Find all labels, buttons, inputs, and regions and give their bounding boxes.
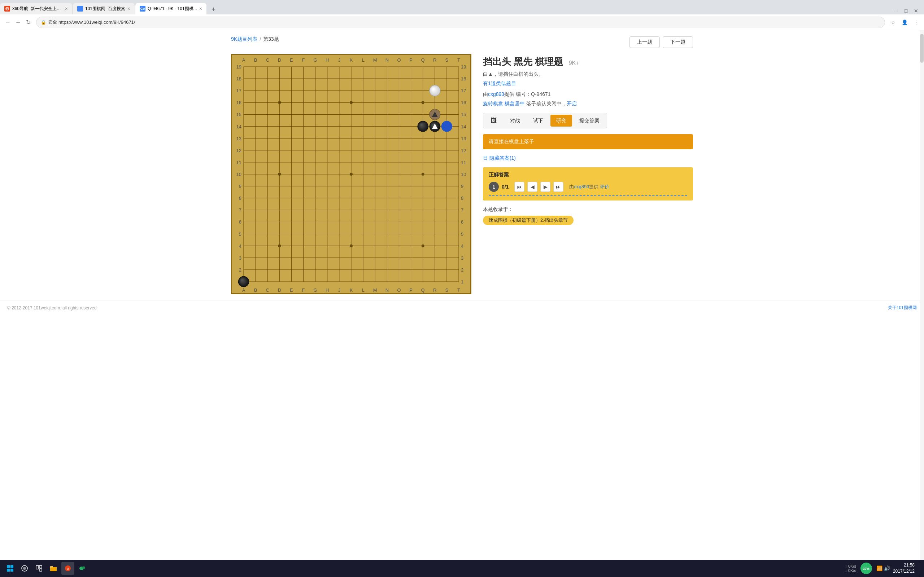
nav-bar: ← → ↻ 🔒 安全 https://www.101weiqi.com/9K/9… [0,15,924,30]
page-inner: 9K题目列表 / 第33题 上一题 下一题 挡出头 黑先 棋理题 9K+ [224,30,700,300]
go-board-canvas[interactable] [231,54,472,294]
tab-img[interactable]: 🖼 [485,115,503,127]
open-confirm-link[interactable]: 开启 [567,101,577,106]
menu-button[interactable]: ⋮ [911,17,921,27]
bookmark-button[interactable]: ☆ [888,17,898,27]
scrollbar-thumb[interactable] [920,34,924,63]
tab-bar: 3 360导航_新一代安全上网... × 101围棋网_百度搜索 × Go Q-… [0,0,924,15]
breadcrumb-current: 第33题 [263,36,279,43]
wechat-button[interactable] [76,562,89,564]
first-step-button[interactable]: ⏮ [514,182,525,192]
tab-submit[interactable]: 提交答案 [573,115,605,127]
tab-3[interactable]: Go Q-94671 - 9K - 101围棋... × [135,3,207,15]
toggle-answer-link[interactable]: 日 隐藏答案(1) [483,155,693,161]
problem-level-badge: 9K+ [569,60,579,66]
provider-prefix: 由 [569,184,574,189]
center-board-link[interactable]: 棋盘居中 [505,101,525,106]
breadcrumb-separator: / [260,36,261,42]
solution-dashed-border [489,195,687,196]
new-tab-button[interactable]: + [208,4,219,15]
minimize-button[interactable]: ─ [892,7,900,15]
windows-start-button[interactable] [3,562,16,564]
tab-3-icon: Go [140,6,145,11]
account-button[interactable]: 👤 [900,17,909,27]
file-explorer-button[interactable] [47,562,60,564]
solution-provider-text: 由cxg893提供 评价 [569,184,609,190]
page-nav-buttons: 上一题 下一题 [630,36,693,48]
provider-suffix: 提供 [589,184,598,189]
taskbar: 3 ↑ 0K/s ↓ 0K/s 37% 📶 🔊 21:58 2017/12/12 [0,560,924,564]
book-ref-title: 本题收录于： [483,206,693,213]
taskbar-right: ↑ 0K/s ↓ 0K/s 37% 📶 🔊 21:58 2017/12/12 [845,561,921,564]
tryout-label: 试下 [533,118,543,123]
taskbar-time: 21:58 2017/12/12 [893,562,914,564]
browser-taskbar-button[interactable]: 3 [61,562,74,564]
solution-author-link[interactable]: cxg893 [574,184,589,189]
rate-link[interactable]: 评价 [600,184,609,189]
last-step-button[interactable]: ⏭ [553,182,564,192]
task-view-button[interactable] [32,562,45,564]
tab-1-title: 360导航_新一代安全上网... [12,6,63,12]
prev-step-button[interactable]: ◀ [527,182,538,192]
show-desktop-button[interactable] [919,562,921,564]
problem-title: 挡出头 黑先 棋理题 9K+ [483,56,693,68]
scrollbar[interactable] [920,30,924,560]
svg-text:3: 3 [6,8,8,10]
tab-3-close[interactable]: × [199,6,202,11]
svg-point-17 [861,562,872,564]
close-window-button[interactable]: ✕ [913,7,920,15]
solution-controls: 1 0/1 ⏮ ◀ ▶ ⏭ 由cxg893提供 评价 [489,182,687,192]
next-step-button[interactable]: ▶ [540,182,551,192]
tab-2[interactable]: 101围棋网_百度搜索 × [73,3,135,15]
tab-2-close[interactable]: × [128,6,130,11]
board-controls-text: 旋转棋盘 棋盘居中 落子确认关闭中，开启 [483,101,693,107]
tab-battle[interactable]: 对战 [504,115,526,127]
tab-2-title: 101围棋网_百度搜索 [85,6,125,12]
footer: © 2012-2017 101weiqi.com. all rights res… [0,300,924,315]
tab-research[interactable]: 研究 [551,115,572,127]
tab-3-title: Q-94671 - 9K - 101围棋... [148,6,197,12]
refresh-button[interactable]: ↻ [23,17,33,27]
problem-meta: 由cxg893提供 编号：Q-94671 [483,91,693,98]
tab-1-close[interactable]: × [65,6,68,11]
tab-2-icon [77,6,83,11]
problem-description: 白▲，请挡住白棋的出头。 [483,71,693,77]
action-tabs: 🖼 对战 试下 研究 提交答案 [483,113,607,128]
similar-problems-link[interactable]: 有1道类似题目 [483,81,693,87]
breadcrumb-parent-link[interactable]: 9K题目列表 [231,36,257,43]
back-button[interactable]: ← [3,17,13,27]
research-label: 研究 [556,118,566,123]
solution-score: 0/1 [502,184,509,190]
prev-problem-button[interactable]: 上一题 [630,36,660,48]
copyright-text: © 2012-2017 101weiqi.com. all rights res… [7,305,97,311]
security-label: 安全 [48,19,57,25]
tab-tryout[interactable]: 试下 [527,115,549,127]
author-link[interactable]: cxg893 [488,91,504,97]
about-link[interactable]: 关于101围棋网 [888,305,917,311]
cortana-button[interactable] [18,562,31,564]
solution-title: 正解答案 [489,172,687,178]
info-box-text: 请直接在棋盘上落子 [489,139,534,144]
rotate-board-link[interactable]: 旋转棋盘 [483,101,503,106]
browser-chrome: 3 360导航_新一代安全上网... × 101围棋网_百度搜索 × Go Q-… [0,0,924,30]
problem-title-text: 挡出头 黑先 棋理题 [483,56,563,67]
board-container [231,54,472,294]
maximize-button[interactable]: □ [902,7,909,15]
forward-button[interactable]: → [13,17,23,27]
tab-1-icon: 3 [4,6,10,11]
solution-number: 1 [489,182,499,192]
tab-1[interactable]: 3 360导航_新一代安全上网... × [0,3,72,15]
address-bar[interactable]: 🔒 安全 https://www.101weiqi.com/9K/94671/ [36,16,885,28]
time-display: 21:58 [893,562,914,564]
nav-actions: ☆ 👤 ⋮ [888,17,921,27]
next-problem-button[interactable]: 下一题 [663,36,693,48]
book-reference: 本题收录于： 速成围棋（初级篇下册）2.挡出头章节 [483,206,693,225]
url-text: https://www.101weiqi.com/9K/94671/ [58,19,880,25]
info-box: 请直接在棋盘上落子 [483,134,693,149]
meta-text: 由 [483,91,488,97]
solution-box: 正解答案 1 0/1 ⏮ ◀ ▶ ⏭ 由cxg893提供 评价 [483,167,693,200]
book-tag[interactable]: 速成围棋（初级篇下册）2.挡出头章节 [483,216,573,225]
submit-label: 提交答案 [579,118,599,123]
main-layout: 挡出头 黑先 棋理题 9K+ 白▲，请挡住白棋的出头。 有1道类似题目 由cxg… [231,54,693,294]
breadcrumb: 9K题目列表 / 第33题 [231,36,279,43]
